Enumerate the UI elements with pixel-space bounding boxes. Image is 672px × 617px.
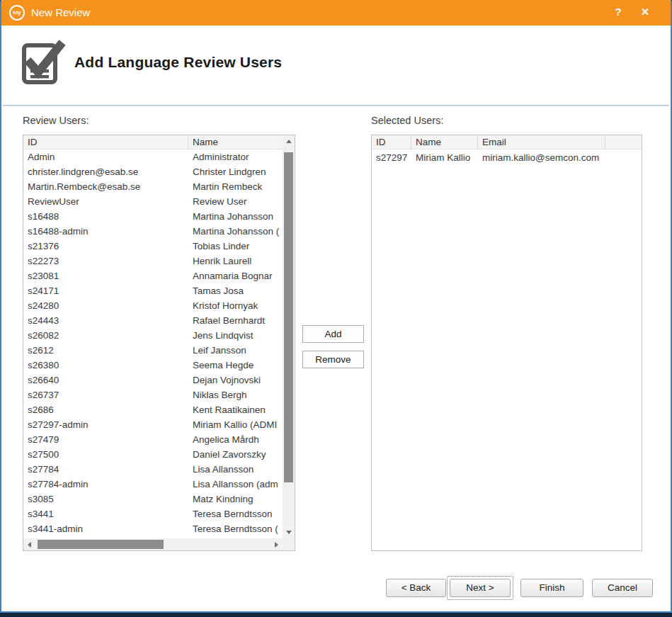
review-users-list[interactable]: ID Name AdminAdministratorchrister.lindg… — [23, 135, 295, 551]
review-users-label: Review Users: — [23, 115, 89, 126]
list-cell: s22273 — [23, 254, 188, 268]
list-cell: s26737 — [23, 387, 188, 402]
list-cell: Kristof Hornyak — [188, 298, 283, 313]
list-cell: s26082 — [23, 328, 188, 343]
list-cell: s3441-admin — [23, 521, 188, 536]
list-cell: Christer Lindgren — [188, 164, 283, 179]
back-button[interactable]: < Back — [386, 579, 446, 597]
list-cell: miriam.kallio@semcon.com — [478, 150, 605, 165]
list-item[interactable]: ReviewUserReview User — [23, 194, 283, 209]
list-cell: Jens Lindqvist — [188, 328, 283, 343]
list-cell: s27500 — [23, 447, 188, 462]
list-cell: Angelica Mårdh — [188, 432, 283, 447]
remove-button[interactable]: Remove — [302, 351, 364, 368]
list-item[interactable]: s24171Tamas Josa — [23, 283, 283, 298]
list-item[interactable]: s22273Henrik Laurell — [23, 254, 283, 268]
list-cell: Miriam Kallio — [411, 150, 478, 165]
column-header-blank[interactable] — [605, 135, 642, 149]
horizontal-scrollbar[interactable] — [23, 538, 283, 550]
list-cell: Seema Hegde — [188, 358, 283, 373]
list-cell: s27297 — [372, 150, 411, 165]
list-cell: s3085 — [23, 492, 188, 506]
list-cell: s3441 — [23, 506, 188, 521]
list-cell: Miriam Kallio (ADMI — [188, 417, 283, 432]
list-cell: s24280 — [23, 298, 188, 313]
next-button[interactable]: Next > — [450, 579, 511, 597]
list-cell: Lisa Allansson (adm — [188, 477, 283, 492]
selected-users-header: ID Name Email — [372, 135, 642, 149]
list-cell: s24443 — [23, 313, 188, 328]
list-item[interactable]: s26737Niklas Bergh — [23, 387, 283, 402]
list-item[interactable]: s16488Martina Johansson — [23, 209, 283, 224]
column-header-email[interactable]: Email — [478, 135, 605, 149]
list-cell: s16488 — [23, 209, 188, 224]
list-cell: Martin.Rembeck@esab.se — [23, 179, 188, 194]
list-cell: Leif Jansson — [188, 343, 283, 358]
list-cell: s24171 — [23, 283, 188, 298]
scroll-down-icon[interactable] — [283, 526, 295, 538]
list-cell: Daniel Zavorszky — [188, 447, 283, 462]
list-item[interactable]: s3085Matz Kindning — [23, 492, 283, 506]
list-cell: Admin — [23, 149, 188, 164]
list-cell: s27297-admin — [23, 417, 188, 432]
list-item[interactable]: s26082Jens Lindqvist — [23, 328, 283, 343]
column-header-id[interactable]: ID — [372, 135, 411, 149]
list-cell: Dejan Vojnovski — [188, 373, 283, 387]
list-item[interactable]: s21376Tobias Linder — [23, 239, 283, 254]
list-cell: Tamas Josa — [188, 283, 283, 298]
column-header-name[interactable]: Name — [188, 135, 283, 149]
list-item[interactable]: s2686Kent Raatikainen — [23, 402, 283, 417]
list-item[interactable]: s27784-adminLisa Allansson (adm — [23, 477, 283, 492]
list-item[interactable]: AdminAdministrator — [23, 149, 283, 164]
finish-button[interactable]: Finish — [520, 579, 583, 597]
list-item[interactable]: s27297-adminMiriam Kallio (ADMI — [23, 417, 283, 432]
list-cell: s2612 — [23, 343, 188, 358]
list-item[interactable]: s3441-adminTeresa Berndtsson ( — [23, 521, 283, 536]
list-cell: s27784-admin — [23, 477, 188, 492]
list-cell: s26380 — [23, 358, 188, 373]
list-cell: Teresa Berndtsson ( — [188, 521, 283, 536]
list-item[interactable]: s16488-adminMartina Johansson ( — [23, 224, 283, 239]
list-item[interactable]: s24443Rafael Bernhardt — [23, 313, 283, 328]
list-cell: ReviewUser — [23, 194, 188, 209]
selected-users-rows: s27297Miriam Kalliomiriam.kallio@semcon.… — [372, 149, 642, 550]
list-cell: s27784 — [23, 462, 188, 477]
window-title: New Review — [31, 6, 90, 18]
checklist-icon — [20, 37, 67, 89]
dialog-body: kty New Review ? ✕ Add Language Review U… — [0, 0, 672, 613]
titlebar[interactable]: kty New Review ? ✕ — [1, 0, 671, 26]
close-icon[interactable]: ✕ — [637, 6, 654, 20]
list-item[interactable]: s27784Lisa Allansson — [23, 462, 283, 477]
list-item[interactable]: christer.lindgren@esab.seChrister Lindgr… — [23, 164, 283, 179]
list-item[interactable]: s23081Annamaria Bognar — [23, 268, 283, 283]
help-icon[interactable]: ? — [610, 6, 627, 20]
list-cell: s16488-admin — [23, 224, 188, 239]
list-item[interactable]: s27500Daniel Zavorszky — [23, 447, 283, 462]
horizontal-scroll-thumb[interactable] — [38, 540, 164, 549]
list-cell: Kent Raatikainen — [188, 402, 283, 417]
list-item[interactable]: s27479Angelica Mårdh — [23, 432, 283, 447]
list-item[interactable]: Martin.Rembeck@esab.seMartin Rembeck — [23, 179, 283, 194]
selected-users-list[interactable]: ID Name Email s27297Miriam Kalliomiriam.… — [371, 135, 642, 551]
vertical-scrollbar[interactable] — [283, 135, 295, 538]
column-header-name[interactable]: Name — [411, 135, 478, 149]
list-cell: Matz Kindning — [188, 492, 283, 506]
cancel-button[interactable]: Cancel — [592, 579, 653, 597]
list-cell: Lisa Allansson — [188, 462, 283, 477]
header-divider — [3, 105, 669, 106]
scroll-left-icon[interactable] — [23, 538, 35, 550]
list-item[interactable]: s27297Miriam Kalliomiriam.kallio@semcon.… — [372, 149, 642, 166]
list-cell: Niklas Bergh — [188, 387, 283, 402]
review-users-header: ID Name — [23, 135, 295, 149]
scroll-right-icon[interactable] — [270, 538, 283, 550]
column-header-id[interactable]: ID — [23, 135, 188, 149]
add-button[interactable]: Add — [302, 325, 364, 343]
scroll-up-icon[interactable] — [283, 135, 295, 147]
list-item[interactable]: s26380Seema Hegde — [23, 358, 283, 373]
list-item[interactable]: s26640Dejan Vojnovski — [23, 373, 283, 387]
vertical-scroll-thumb[interactable] — [284, 152, 293, 482]
list-cell: s21376 — [23, 239, 188, 254]
list-item[interactable]: s3441Teresa Berndtsson — [23, 506, 283, 521]
list-item[interactable]: s24280Kristof Hornyak — [23, 298, 283, 313]
list-item[interactable]: s2612Leif Jansson — [23, 343, 283, 358]
